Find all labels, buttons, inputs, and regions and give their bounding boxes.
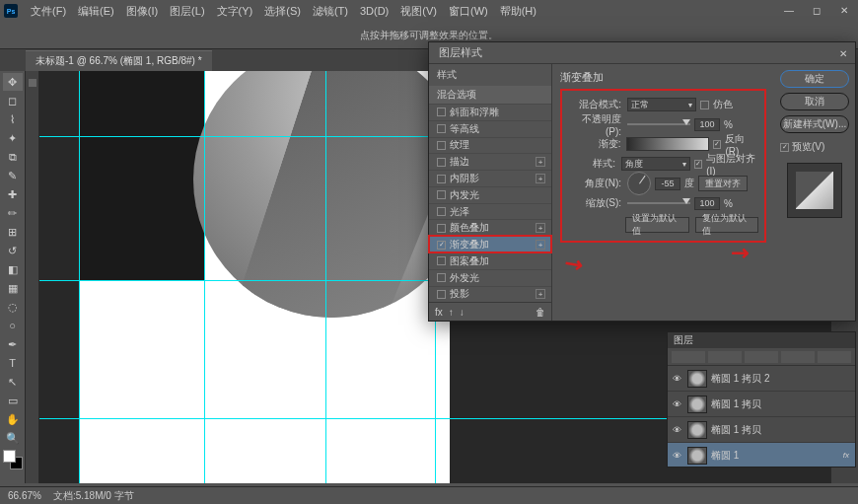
- effect-gradient-overlay[interactable]: ✓渐变叠加+: [429, 236, 551, 252]
- collapsed-panel-left[interactable]: [26, 71, 39, 483]
- menu-file[interactable]: 文件(F): [26, 2, 71, 21]
- preview-label: 预览(V): [792, 140, 824, 154]
- type-tool[interactable]: T: [3, 354, 23, 372]
- align-label: 与图层对齐(I): [706, 152, 758, 177]
- scale-slider[interactable]: [627, 202, 690, 204]
- add-icon[interactable]: +: [536, 289, 545, 299]
- layers-filter-row: [668, 348, 855, 366]
- opacity-input[interactable]: 100: [694, 118, 720, 131]
- menu-view[interactable]: 视图(V): [395, 2, 442, 21]
- trash-icon[interactable]: 🗑: [536, 307, 545, 318]
- make-default-button[interactable]: 设置为默认值: [625, 217, 689, 233]
- layer-row[interactable]: 👁椭圆 1 拷贝: [668, 417, 855, 443]
- move-tool[interactable]: ✥: [3, 73, 23, 91]
- effect-inner-glow[interactable]: 内发光: [429, 186, 551, 203]
- add-icon[interactable]: +: [536, 174, 545, 183]
- blur-tool[interactable]: ◌: [3, 298, 23, 316]
- crop-tool[interactable]: ⧉: [3, 148, 23, 166]
- doc-info[interactable]: 文档:5.18M/0 字节: [53, 489, 134, 503]
- styles-heading[interactable]: 样式: [429, 64, 551, 86]
- angle-dial[interactable]: [627, 172, 651, 195]
- align-checkbox[interactable]: ✓: [694, 160, 702, 169]
- arrow-up-icon[interactable]: ↑: [449, 307, 454, 318]
- eyedropper-tool[interactable]: ✎: [3, 167, 23, 184]
- wand-tool[interactable]: ✦: [3, 129, 23, 147]
- arrow-down-icon[interactable]: ↓: [460, 307, 465, 318]
- layers-tab[interactable]: 图层: [674, 333, 693, 347]
- zoom-tool[interactable]: 🔍: [3, 429, 23, 447]
- effect-contour[interactable]: 等高线: [429, 120, 551, 137]
- heal-tool[interactable]: ✚: [3, 185, 23, 203]
- effect-inner-shadow[interactable]: 内阴影+: [429, 170, 551, 186]
- blend-mode-select[interactable]: 正常: [627, 98, 696, 111]
- effect-outer-glow[interactable]: 外发光: [429, 269, 551, 286]
- marquee-tool[interactable]: ◻: [3, 92, 23, 109]
- gradient-tool[interactable]: ▦: [3, 279, 23, 297]
- dialog-close-button[interactable]: ✕: [835, 45, 851, 61]
- add-icon[interactable]: +: [536, 240, 545, 250]
- minimize-button[interactable]: —: [775, 0, 803, 20]
- fx-badge[interactable]: fx: [843, 451, 849, 460]
- reset-align-button[interactable]: 重置对齐: [698, 176, 748, 191]
- filter-item[interactable]: [672, 351, 705, 363]
- dither-checkbox[interactable]: [700, 101, 709, 109]
- zoom-readout[interactable]: 66.67%: [8, 490, 41, 501]
- effect-texture[interactable]: 纹理: [429, 137, 551, 154]
- stamp-tool[interactable]: ⊞: [3, 223, 23, 241]
- add-icon[interactable]: +: [536, 157, 545, 167]
- options-hint: 点按并拖移可调整效果的位置。: [360, 29, 498, 42]
- layer-thumb: [687, 421, 707, 439]
- menu-3d[interactable]: 3D(D): [355, 3, 393, 19]
- path-tool[interactable]: ↖: [3, 373, 23, 391]
- filter-item[interactable]: [818, 351, 851, 363]
- scale-input[interactable]: 100: [694, 197, 720, 210]
- blending-options[interactable]: 混合选项: [429, 86, 551, 104]
- color-swatches[interactable]: [3, 450, 23, 469]
- effect-stroke[interactable]: 描边+: [429, 153, 551, 170]
- maximize-button[interactable]: ◻: [803, 0, 830, 20]
- menu-type[interactable]: 文字(Y): [212, 2, 258, 21]
- menu-image[interactable]: 图像(I): [121, 2, 163, 21]
- visibility-icon: 👁: [670, 449, 683, 463]
- effect-satin[interactable]: 光泽: [429, 203, 551, 220]
- close-window-button[interactable]: ✕: [830, 0, 858, 20]
- gradient-picker[interactable]: [626, 137, 708, 151]
- brush-tool[interactable]: ✏: [3, 204, 23, 222]
- layer-row[interactable]: 👁椭圆 1 拷贝 2: [668, 366, 855, 392]
- layer-row[interactable]: 👁椭圆 1 拷贝: [668, 392, 855, 417]
- effect-pattern-overlay[interactable]: 图案叠加: [429, 252, 551, 269]
- add-icon[interactable]: +: [536, 223, 545, 233]
- hand-tool[interactable]: ✋: [3, 410, 23, 428]
- menu-edit[interactable]: 编辑(E): [73, 2, 119, 21]
- lasso-tool[interactable]: ⌇: [3, 110, 23, 128]
- document-tab[interactable]: 未标题-1 @ 66.7% (椭圆 1, RGB/8#) *: [26, 50, 212, 71]
- new-style-button[interactable]: 新建样式(W)...: [780, 115, 849, 133]
- effect-color-overlay[interactable]: 颜色叠加+: [429, 219, 551, 236]
- menu-window[interactable]: 窗口(W): [444, 2, 493, 21]
- menu-layer[interactable]: 图层(L): [165, 2, 209, 21]
- opacity-slider[interactable]: [627, 123, 690, 125]
- reverse-checkbox[interactable]: ✓: [713, 140, 722, 149]
- style-select[interactable]: 角度: [621, 157, 690, 171]
- menu-filter[interactable]: 滤镜(T): [308, 2, 353, 21]
- angle-input[interactable]: -55: [655, 178, 680, 190]
- reset-default-button[interactable]: 复位为默认值: [695, 217, 759, 233]
- preview-checkbox[interactable]: ✓: [780, 143, 789, 152]
- cancel-button[interactable]: 取消: [780, 93, 849, 110]
- shape-tool[interactable]: ▭: [3, 392, 23, 409]
- menu-help[interactable]: 帮助(H): [495, 2, 541, 21]
- filter-item[interactable]: [745, 351, 778, 363]
- effect-drop-shadow[interactable]: 投影+: [429, 286, 551, 303]
- filter-item[interactable]: [781, 351, 815, 363]
- dodge-tool[interactable]: ○: [3, 317, 23, 334]
- filter-item[interactable]: [708, 351, 742, 363]
- layer-row[interactable]: 👁椭圆 1fx: [668, 443, 855, 467]
- history-brush-tool[interactable]: ↺: [3, 242, 23, 259]
- ok-button[interactable]: 确定: [780, 70, 849, 88]
- menu-select[interactable]: 选择(S): [259, 2, 306, 21]
- eraser-tool[interactable]: ◧: [3, 260, 23, 278]
- effect-bevel[interactable]: 斜面和浮雕: [429, 104, 551, 120]
- pen-tool[interactable]: ✒: [3, 335, 23, 353]
- style-label: 样式:: [568, 157, 617, 171]
- fx-menu-icon[interactable]: fx: [435, 307, 443, 318]
